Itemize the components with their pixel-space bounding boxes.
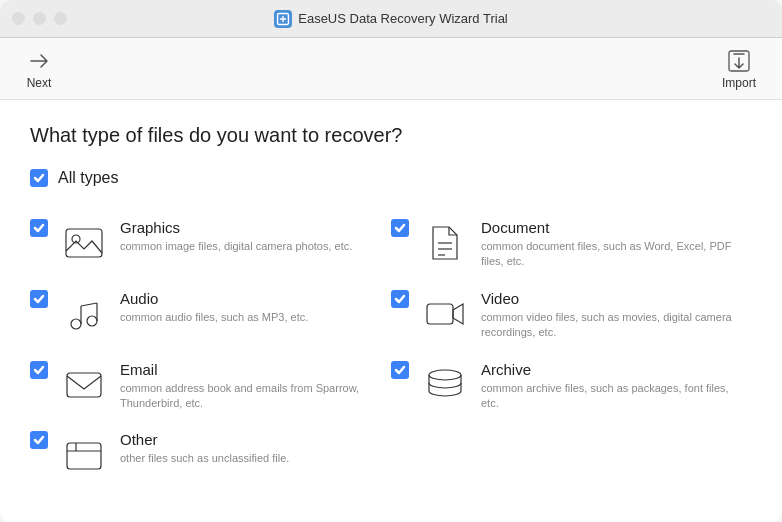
import-label: Import [722,76,756,90]
list-item[interactable]: Archive common archive files, such as pa… [391,351,752,422]
email-desc: common address book and emails from Spar… [120,381,371,412]
other-name: Other [120,431,371,448]
title-bar: EaseUS Data Recovery Wizard Trial [0,0,782,38]
graphics-info: Graphics common image files, digital cam… [120,219,371,254]
email-checkbox[interactable] [30,361,48,379]
video-checkbox[interactable] [391,290,409,308]
svg-point-15 [429,370,461,380]
app-title: EaseUS Data Recovery Wizard Trial [298,11,508,26]
svg-rect-16 [67,443,101,469]
document-checkbox[interactable] [391,219,409,237]
close-button[interactable] [12,12,25,25]
other-checkbox[interactable] [30,431,48,449]
window-controls [12,12,67,25]
svg-line-11 [81,303,97,306]
minimize-button[interactable] [33,12,46,25]
other-info: Other other files such as unclassified f… [120,431,371,466]
video-info: Video common video files, such as movies… [481,290,732,341]
archive-desc: common archive files, such as packages, … [481,381,732,412]
archive-name: Archive [481,361,732,378]
email-name: Email [120,361,371,378]
svg-rect-2 [66,229,102,257]
svg-rect-14 [67,373,101,397]
list-item[interactable]: Other other files such as unclassified f… [30,421,391,489]
graphics-checkbox[interactable] [30,219,48,237]
title-bar-title: EaseUS Data Recovery Wizard Trial [274,10,508,28]
all-types-checkbox[interactable] [30,169,48,187]
all-types-row[interactable]: All types [30,169,752,187]
video-name: Video [481,290,732,307]
list-item[interactable]: Graphics common image files, digital cam… [30,209,391,280]
app-window: EaseUS Data Recovery Wizard Trial Next I… [0,0,782,522]
email-info: Email common address book and emails fro… [120,361,371,412]
page-title: What type of files do you want to recove… [30,124,752,147]
app-icon [274,10,292,28]
video-icon [421,290,469,338]
video-desc: common video files, such as movies, digi… [481,310,732,341]
import-icon [726,48,752,74]
document-desc: common document files, such as Word, Exc… [481,239,732,270]
list-item[interactable]: Document common document files, such as … [391,209,752,280]
other-desc: other files such as unclassified file. [120,451,371,466]
archive-checkbox[interactable] [391,361,409,379]
document-info: Document common document files, such as … [481,219,732,270]
next-label: Next [27,76,52,90]
svg-rect-12 [427,304,453,324]
list-item[interactable]: Video common video files, such as movies… [391,280,752,351]
document-icon [421,219,469,267]
svg-point-7 [71,319,81,329]
archive-icon [421,361,469,409]
list-item[interactable]: Email common address book and emails fro… [30,351,391,422]
toolbar: Next Import [0,38,782,100]
audio-checkbox[interactable] [30,290,48,308]
next-icon [26,48,52,74]
email-icon [60,361,108,409]
file-types-grid: Graphics common image files, digital cam… [30,209,752,489]
maximize-button[interactable] [54,12,67,25]
audio-info: Audio common audio files, such as MP3, e… [120,290,371,325]
all-types-label: All types [58,169,118,187]
svg-point-8 [87,316,97,326]
audio-name: Audio [120,290,371,307]
archive-info: Archive common archive files, such as pa… [481,361,732,412]
graphics-icon [60,219,108,267]
list-item[interactable]: Audio common audio files, such as MP3, e… [30,280,391,351]
graphics-name: Graphics [120,219,371,236]
document-name: Document [481,219,732,236]
audio-icon [60,290,108,338]
next-button[interactable]: Next [16,42,62,96]
content-area: What type of files do you want to recove… [0,100,782,522]
audio-desc: common audio files, such as MP3, etc. [120,310,371,325]
import-button[interactable]: Import [712,42,766,96]
other-icon [60,431,108,479]
graphics-desc: common image files, digital camera photo… [120,239,371,254]
